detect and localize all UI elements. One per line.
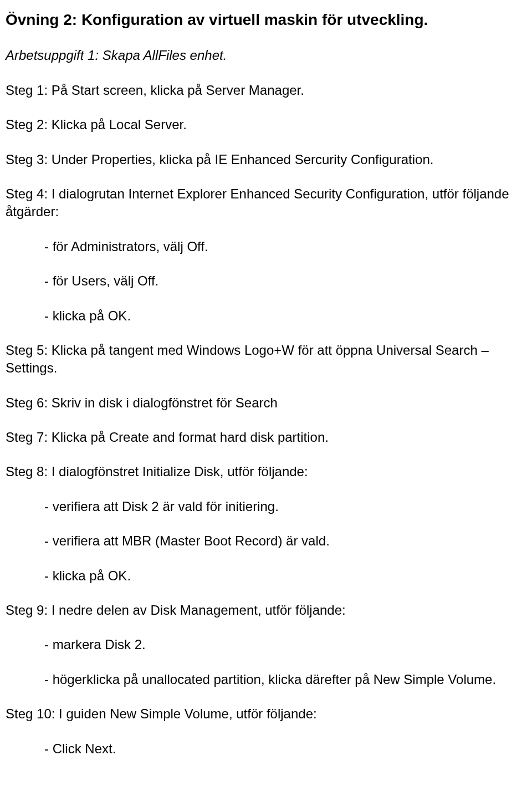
step-10: Steg 10: I guiden New Simple Volume, utf… xyxy=(6,705,526,723)
step-9-substeps: - markera Disk 2. - högerklicka på unall… xyxy=(6,636,526,688)
step-5: Steg 5: Klicka på tangent med Windows Lo… xyxy=(6,341,526,377)
step-3: Steg 3: Under Properties, klicka på IE E… xyxy=(6,151,526,169)
step-10a: - Click Next. xyxy=(44,740,526,758)
step-9: Steg 9: I nedre delen av Disk Management… xyxy=(6,601,526,619)
document-page: Övning 2: Konfiguration av virtuell mask… xyxy=(0,0,532,786)
step-8b: - verifiera att MBR (Master Boot Record)… xyxy=(44,532,526,550)
step-4c: - klicka på OK. xyxy=(44,307,526,325)
step-6: Steg 6: Skriv in disk i dialogfönstret f… xyxy=(6,394,526,412)
exercise-title: Övning 2: Konfiguration av virtuell mask… xyxy=(6,10,526,30)
step-4b: - för Users, välj Off. xyxy=(44,272,526,290)
step-7: Steg 7: Klicka på Create and format hard… xyxy=(6,428,526,446)
step-4: Steg 4: I dialogrutan Internet Explorer … xyxy=(6,185,526,221)
step-10-substeps: - Click Next. xyxy=(6,740,526,758)
step-8-substeps: - verifiera att Disk 2 är vald för initi… xyxy=(6,498,526,585)
task-subtitle: Arbetsuppgift 1: Skapa AllFiles enhet. xyxy=(6,47,526,64)
step-4a: - för Administrators, välj Off. xyxy=(44,238,526,256)
step-4-substeps: - för Administrators, välj Off. - för Us… xyxy=(6,238,526,325)
step-2: Steg 2: Klicka på Local Server. xyxy=(6,116,526,134)
step-8: Steg 8: I dialogfönstret Initialize Disk… xyxy=(6,463,526,481)
step-8c: - klicka på OK. xyxy=(44,567,526,585)
step-9b: - högerklicka på unallocated partition, … xyxy=(44,671,526,688)
step-8a: - verifiera att Disk 2 är vald för initi… xyxy=(44,498,526,516)
step-9a: - markera Disk 2. xyxy=(44,636,526,654)
step-1: Steg 1: På Start screen, klicka på Serve… xyxy=(6,81,526,99)
